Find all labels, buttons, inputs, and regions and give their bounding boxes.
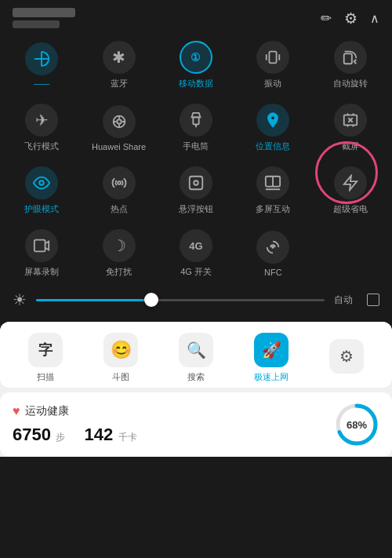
mobile-data-label: 移动数据 xyxy=(179,78,213,89)
bottom-cards: 字 扫描 😊 斗图 🔍 搜索 🚀 极速上网 ⚙ xyxy=(0,322,392,457)
scan-icon: 字 xyxy=(28,333,63,367)
toggle-4g-switch[interactable]: 4G 4G 开关 xyxy=(158,221,234,284)
toggle-airplane[interactable]: ✈ 飞行模式 xyxy=(3,96,80,159)
toggle-rotation[interactable]: 自动旋转 xyxy=(312,33,389,96)
toggle-power-save[interactable]: 超级省电 xyxy=(312,159,389,221)
subtitle-bar-blur xyxy=(13,20,60,28)
mobile-data-icon: ① xyxy=(180,41,212,74)
circular-progress: 68% xyxy=(334,402,379,447)
no-disturb-label: 免打扰 xyxy=(106,266,132,278)
brightness-row: ☀ 自动 xyxy=(0,284,392,317)
toggle-huawei-share[interactable]: Huawei Share xyxy=(80,96,157,159)
vibration-label: 振动 xyxy=(264,78,281,89)
multiscreen-label: 多屏互动 xyxy=(256,203,290,215)
power-save-label: 超级省电 xyxy=(333,203,368,215)
eye-care-label: 护眼模式 xyxy=(24,203,59,215)
app-shortcuts-card: 字 扫描 😊 斗图 🔍 搜索 🚀 极速上网 ⚙ xyxy=(0,322,392,388)
calories-value: 142 xyxy=(84,425,113,444)
app-shortcuts-grid: 字 扫描 😊 斗图 🔍 搜索 🚀 极速上网 ⚙ xyxy=(0,330,392,383)
quick-toggle-row-1: —— ✱ 蓝牙 ① 移动数据 振动 自动旋转 xyxy=(0,33,392,96)
calories-stat: 142 千卡 xyxy=(84,425,136,445)
bluetooth-label: 蓝牙 xyxy=(111,78,128,89)
steps-stat: 6750 步 xyxy=(13,425,65,445)
app-item-search[interactable]: 🔍 搜索 xyxy=(158,333,234,383)
health-stats: 6750 步 142 千卡 xyxy=(13,425,137,445)
toggle-no-disturb[interactable]: ☽ 免打扰 xyxy=(80,221,157,284)
svg-rect-6 xyxy=(193,117,198,124)
brightness-slider-track[interactable] xyxy=(36,299,325,301)
top-bar-left xyxy=(13,8,75,28)
top-bar: ✏ ⚙ ∧ xyxy=(0,0,392,33)
no-disturb-icon: ☽ xyxy=(103,229,136,262)
huawei-share-label: Huawei Share xyxy=(92,142,146,151)
search-label: 搜索 xyxy=(187,371,205,383)
health-title-row: ♥ 运动健康 xyxy=(13,404,137,418)
toggle-bluetooth[interactable]: ✱ 蓝牙 xyxy=(80,33,157,96)
speed-net-icon: 🚀 xyxy=(254,333,289,367)
auto-label: 自动 xyxy=(334,294,353,307)
quick-toggle-row-4: 屏幕录制 ☽ 免打扰 4G 4G 开关 NFC xyxy=(0,221,392,284)
calories-unit: 千卡 xyxy=(118,432,137,443)
location-icon xyxy=(256,104,289,137)
toggle-hotspot[interactable]: 热点 xyxy=(80,159,157,221)
toggle-mobile-data[interactable]: ① 移动数据 xyxy=(158,33,234,96)
speed-net-label: 极速上网 xyxy=(254,371,289,383)
rotation-label: 自动旋转 xyxy=(333,78,368,89)
app-item-speed[interactable]: 🚀 极速上网 xyxy=(234,333,309,383)
toggle-vibration[interactable]: 振动 xyxy=(234,33,311,96)
4g-switch-label: 4G 开关 xyxy=(180,266,212,278)
quick-toggle-row-2: ✈ 飞行模式 Huawei Share 手电筒 xyxy=(0,96,392,159)
search-icon: 🔍 xyxy=(179,333,213,367)
screenshot-icon xyxy=(334,104,367,137)
svg-rect-19 xyxy=(34,240,45,252)
brightness-slider-fill xyxy=(36,299,151,301)
huawei-share-icon xyxy=(103,105,136,138)
toggle-float-btn[interactable]: 悬浮按钮 xyxy=(158,159,234,221)
health-title: 运动健康 xyxy=(25,404,69,418)
brightness-slider-thumb[interactable] xyxy=(144,293,158,307)
toggle-location[interactable]: 位置信息 xyxy=(234,96,311,159)
float-btn-icon xyxy=(180,166,212,199)
svg-point-20 xyxy=(272,246,274,248)
app-item-settings[interactable]: ⚙ xyxy=(309,339,384,377)
location-label: 位置信息 xyxy=(256,140,290,152)
collapse-icon[interactable]: ∧ xyxy=(370,11,379,26)
screenshot-label: 截屏 xyxy=(342,140,359,152)
vibration-icon xyxy=(256,41,289,74)
svg-point-5 xyxy=(117,119,122,124)
settings-icon[interactable]: ⚙ xyxy=(344,9,358,27)
rotation-icon xyxy=(334,41,367,74)
power-save-icon xyxy=(334,166,367,199)
signal-label: —— xyxy=(34,79,49,88)
svg-point-8 xyxy=(271,116,275,120)
flashlight-label: 手电筒 xyxy=(183,140,209,152)
toggle-screenshot[interactable]: 截屏 xyxy=(312,96,389,159)
toggle-signal[interactable]: —— xyxy=(3,33,80,96)
svg-rect-14 xyxy=(190,177,203,190)
toggle-empty xyxy=(312,221,389,284)
steps-unit: 步 xyxy=(56,432,65,443)
hotspot-label: 热点 xyxy=(111,203,128,215)
nfc-label: NFC xyxy=(264,268,282,277)
nfc-icon xyxy=(256,231,289,264)
health-card: ♥ 运动健康 6750 步 142 千卡 68% xyxy=(0,392,392,457)
edit-icon[interactable]: ✏ xyxy=(321,10,332,27)
svg-point-15 xyxy=(194,181,198,185)
toggle-eye-care[interactable]: 护眼模式 xyxy=(3,159,80,221)
toggle-multiscreen[interactable]: 多屏互动 xyxy=(234,159,311,221)
health-heart-icon: ♥ xyxy=(13,404,20,418)
toggle-nfc[interactable]: NFC xyxy=(234,221,311,284)
top-bar-actions: ✏ ⚙ ∧ xyxy=(321,9,379,27)
screen-record-label: 屏幕录制 xyxy=(24,266,59,278)
app-item-emoji[interactable]: 😊 斗图 xyxy=(83,333,158,383)
toggle-flashlight[interactable]: 手电筒 xyxy=(158,96,234,159)
screen-record-icon xyxy=(25,229,58,262)
auto-checkbox[interactable] xyxy=(367,294,379,306)
app-item-scan[interactable]: 字 扫描 xyxy=(8,333,83,383)
airplane-label: 飞行模式 xyxy=(24,140,59,152)
float-btn-label: 悬浮按钮 xyxy=(179,203,213,215)
health-left: ♥ 运动健康 6750 步 142 千卡 xyxy=(13,404,137,445)
multiscreen-icon xyxy=(256,166,289,199)
brightness-icon: ☀ xyxy=(13,290,27,309)
toggle-screen-record[interactable]: 屏幕录制 xyxy=(3,221,80,284)
